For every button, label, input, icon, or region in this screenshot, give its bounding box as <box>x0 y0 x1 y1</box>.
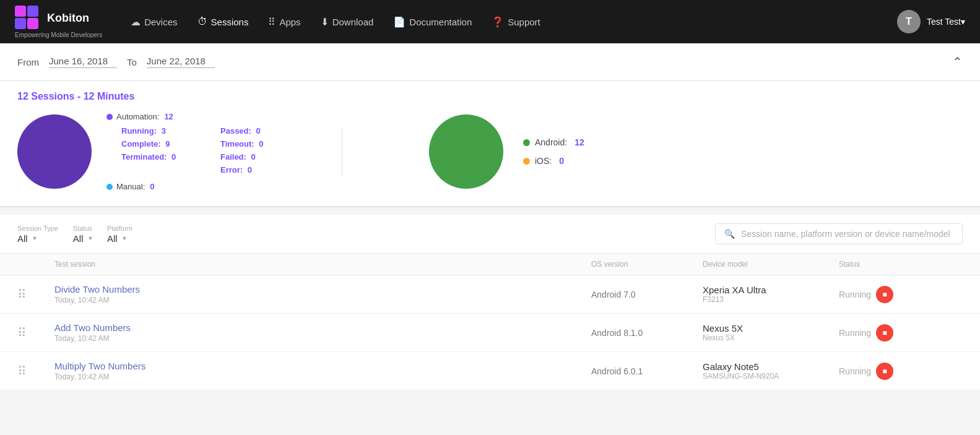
table-row: ⠿ Add Two Numbers Today, 10:42 AM Androi… <box>0 314 980 352</box>
platform-select[interactable]: All ▾ <box>107 233 132 244</box>
stats-legend-left: Automation: 12 Running: 3 Passed: 0 Comp… <box>106 112 317 191</box>
ios-legend-row: iOS: 0 <box>523 156 584 166</box>
support-icon: ❓ <box>492 16 504 28</box>
search-box[interactable]: 🔍 Session name, platform version or devi… <box>715 223 963 244</box>
passed-stat: Passed: 0 <box>218 126 317 136</box>
sub-stats: Running: 3 Passed: 0 Complete: 9 Timeout… <box>119 126 317 174</box>
device-info-2: Nexus 5X Nexus 5X <box>703 323 839 342</box>
apps-icon: ⠿ <box>268 16 275 28</box>
failed-label: Failed: <box>220 152 246 162</box>
platform-value: All <box>107 233 118 244</box>
nav-support[interactable]: ❓ Support <box>483 11 549 33</box>
timeout-stat: Timeout: 0 <box>218 139 317 149</box>
device-name-3: Galaxy Note5 <box>703 361 839 372</box>
session-type-value: All <box>17 233 28 244</box>
session-name-2[interactable]: Add Two Numbers <box>54 322 591 333</box>
session-info-2: Add Two Numbers Today, 10:42 AM <box>54 322 591 343</box>
session-type-select[interactable]: All ▾ <box>17 233 58 244</box>
collapse-button[interactable]: ⌃ <box>952 54 963 69</box>
date-filter-bar: From June 16, 2018 To June 22, 2018 ⌃ <box>0 43 980 81</box>
status-cell-2: Running ■ <box>839 324 963 342</box>
os-version-1: Android 7.0 <box>591 290 703 299</box>
automation-donut <box>17 114 92 189</box>
failed-value: 0 <box>251 152 256 162</box>
nav-sessions[interactable]: ⏱ Sessions <box>189 11 258 32</box>
svg-rect-1 <box>27 6 38 17</box>
platform-label: Platform <box>107 225 132 232</box>
header-device-model: Device model <box>703 260 839 269</box>
passed-label: Passed: <box>220 126 251 136</box>
svg-rect-0 <box>15 6 26 17</box>
stats-content: Automation: 12 Running: 3 Passed: 0 Comp… <box>17 112 963 191</box>
android-legend-row: Android: 12 <box>523 137 584 147</box>
svg-rect-2 <box>15 18 26 29</box>
session-name-3[interactable]: Multiply Two Numbers <box>54 361 591 371</box>
error-stat: Error: 0 <box>218 165 317 174</box>
search-icon: 🔍 <box>724 229 735 239</box>
brand-name: Kobiton <box>47 12 89 25</box>
device-name-2: Nexus 5X <box>703 323 839 334</box>
from-label: From <box>17 57 39 67</box>
running-stat: Running: 3 <box>119 126 218 136</box>
terminated-label: Terminated: <box>121 152 167 162</box>
session-filter-row: Session type All ▾ Status All ▾ Platform… <box>0 215 980 254</box>
device-info-1: Xperia XA Ultra F3213 <box>703 285 839 304</box>
status-select[interactable]: All ▾ <box>73 233 92 244</box>
session-name-1[interactable]: Divide Two Numbers <box>54 284 591 295</box>
failed-stat: Failed: 0 <box>218 152 317 162</box>
cloud-icon: ☁ <box>131 16 141 28</box>
device-model-2: Nexus 5X <box>703 334 839 342</box>
session-info-1: Divide Two Numbers Today, 10:42 AM <box>54 284 591 304</box>
nav-download[interactable]: ⬇ Download <box>312 11 383 33</box>
user-name: Test Test▾ <box>927 17 965 27</box>
automation-label: Automation: <box>116 112 159 121</box>
doc-icon: 📄 <box>393 16 405 28</box>
session-list: Session type All ▾ Status All ▾ Platform… <box>0 215 980 390</box>
complete-stat: Complete: 9 <box>119 139 218 149</box>
user-menu[interactable]: T Test Test▾ <box>897 10 965 33</box>
android-label: Android: <box>535 137 567 147</box>
to-date[interactable]: June 22, 2018 <box>147 56 215 68</box>
os-stats: Android: 12 iOS: 0 <box>429 114 584 189</box>
status-text-1: Running <box>839 290 871 299</box>
error-label: Error: <box>220 165 243 174</box>
nav-download-label: Download <box>332 17 374 27</box>
avatar: T <box>897 10 921 33</box>
device-info-3: Galaxy Note5 SAMSUNG-SM-N920A <box>703 361 839 381</box>
session-time-2: Today, 10:42 AM <box>54 334 591 343</box>
stop-button-3[interactable]: ■ <box>876 363 893 380</box>
nav-items: ☁ Devices ⏱ Sessions ⠿ Apps ⬇ Download 📄… <box>122 11 892 33</box>
timeout-value: 0 <box>259 139 263 149</box>
os-version-3: Android 6.0.1 <box>591 366 703 376</box>
manual-label: Manual: <box>116 182 145 191</box>
from-date[interactable]: June 16, 2018 <box>49 56 117 68</box>
avatar-initial: T <box>906 16 912 27</box>
nav-documentation[interactable]: 📄 Documentation <box>384 11 480 33</box>
stats-panel: 12 Sessions - 12 Minutes Automation: 12 … <box>0 81 980 207</box>
to-label: To <box>127 57 137 67</box>
ios-label: iOS: <box>535 156 552 166</box>
device-name-1: Xperia XA Ultra <box>703 285 839 295</box>
status-text-2: Running <box>839 328 871 338</box>
nav-support-label: Support <box>508 17 540 27</box>
header-icon-col <box>17 260 54 269</box>
status-cell-3: Running ■ <box>839 363 963 380</box>
nav-apps[interactable]: ⠿ Apps <box>259 11 309 33</box>
nav-devices[interactable]: ☁ Devices <box>122 11 186 33</box>
stop-button-2[interactable]: ■ <box>876 324 893 342</box>
brand-tagline: Empowering Mobile Developers <box>15 32 102 38</box>
status-arrow-icon: ▾ <box>89 234 92 243</box>
terminated-stat: Terminated: 0 <box>119 152 218 162</box>
session-info-3: Multiply Two Numbers Today, 10:42 AM <box>54 361 591 381</box>
stop-icon-1: ■ <box>883 290 887 299</box>
ios-value: 0 <box>559 156 564 166</box>
complete-value: 9 <box>165 139 170 149</box>
session-grid-icon-1: ⠿ <box>17 287 54 302</box>
stop-icon-3: ■ <box>883 367 887 376</box>
stop-icon-2: ■ <box>883 329 887 337</box>
os-version-2: Android 8.1.0 <box>591 328 703 338</box>
platform-filter: Platform All ▾ <box>107 225 132 244</box>
header-os-version: OS version <box>591 260 703 269</box>
manual-value: 0 <box>150 182 154 191</box>
stop-button-1[interactable]: ■ <box>876 286 893 303</box>
